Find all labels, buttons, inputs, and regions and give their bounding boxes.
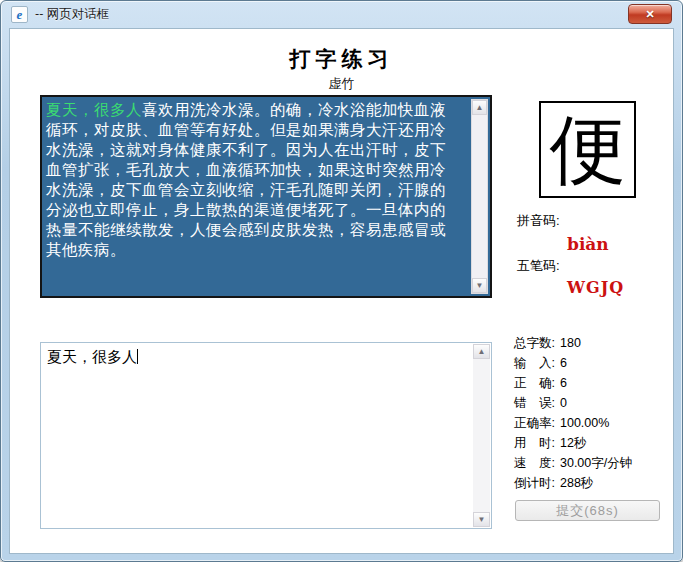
submit-button[interactable]: 提交(68s) xyxy=(515,500,660,521)
typed-input-text: 夏天，很多人 xyxy=(47,348,137,365)
stats-panel: 总字数:180 输 入:6 正 确:6 错 误:0 正确率:100.00% 用 … xyxy=(514,333,632,493)
stat-time-used: 用 时:12秒 xyxy=(514,433,632,453)
passage-line: 夏天，很多人喜欢用洗冷水澡。的确，冷水浴能加快血液 xyxy=(46,100,464,120)
passage-scrollbar[interactable]: ▲ ▼ xyxy=(471,99,488,294)
close-icon: ✕ xyxy=(645,8,654,21)
passage-line: 其他疾病。 xyxy=(46,240,464,260)
wubi-value: WGJQ xyxy=(567,278,624,297)
passage-line: 分泌也立即停止，身上散热的渠道便堵死了。一旦体内的 xyxy=(46,200,464,220)
typed-text: 夏天，很多人 xyxy=(46,101,142,118)
window-title: -- 网页对话框 xyxy=(35,6,109,23)
scroll-down-icon[interactable]: ▼ xyxy=(473,512,490,527)
subtitle-username: 虚竹 xyxy=(10,75,673,93)
scroll-up-icon[interactable]: ▲ xyxy=(472,100,487,115)
pinyin-value: biàn xyxy=(567,234,609,254)
stat-countdown: 倒计时:288秒 xyxy=(514,473,632,493)
passage-line: 循环，对皮肤、血管等有好处。但是如果满身大汗还用冷 xyxy=(46,120,464,140)
passage-line: 水洗澡，这就对身体健康不利了。因为人在出汗时，皮下 xyxy=(46,140,464,160)
input-scrollbar[interactable]: ▲ ▼ xyxy=(473,344,490,527)
current-character: 便 xyxy=(550,112,626,188)
pinyin-label: 拼音码: xyxy=(517,212,560,230)
passage-line: 水洗澡，皮下血管会立刻收缩，汗毛孔随即关闭，汗腺的 xyxy=(46,180,464,200)
passage-text: 夏天，很多人喜欢用洗冷水澡。的确，冷水浴能加快血液 循环，对皮肤、血管等有好处。… xyxy=(46,100,464,260)
scroll-up-icon[interactable]: ▲ xyxy=(473,344,490,359)
stat-correct-count: 正 确:6 xyxy=(514,373,632,393)
text-caret xyxy=(137,349,138,364)
passage-box: 夏天，很多人喜欢用洗冷水澡。的确，冷水浴能加快血液 循环，对皮肤、血管等有好处。… xyxy=(40,95,492,298)
title-bar[interactable]: e -- 网页对话框 ✕ xyxy=(9,1,674,28)
ie-icon: e xyxy=(11,6,28,23)
stat-accuracy: 正确率:100.00% xyxy=(514,413,632,433)
typing-input-value: 夏天，很多人 xyxy=(47,347,465,367)
passage-line: 血管扩张，毛孔放大，血液循环加快，如果这时突然用冷 xyxy=(46,160,464,180)
wubi-label: 五笔码: xyxy=(517,257,560,275)
stat-speed: 速 度:30.00字/分钟 xyxy=(514,453,632,473)
current-character-box: 便 xyxy=(539,101,636,198)
scroll-down-icon[interactable]: ▼ xyxy=(472,278,487,293)
page-title: 打字练习 xyxy=(10,45,673,73)
typing-input[interactable]: 夏天，很多人 ▲ ▼ xyxy=(40,342,492,529)
dialog-window: e -- 网页对话框 ✕ 打字练习 虚竹 夏天，很多人喜欢用洗冷水澡。的确，冷水… xyxy=(0,0,683,562)
stat-total-chars: 总字数:180 xyxy=(514,333,632,353)
passage-line: 热量不能继续散发，人便会感到皮肤发热，容易患感冒或 xyxy=(46,220,464,240)
stat-input-count: 输 入:6 xyxy=(514,353,632,373)
dialog-content: 打字练习 虚竹 夏天，很多人喜欢用洗冷水澡。的确，冷水浴能加快血液 循环，对皮肤… xyxy=(9,28,674,554)
close-button[interactable]: ✕ xyxy=(628,4,672,24)
passage-line-rest: 喜欢用洗冷水澡。的确，冷水浴能加快血液 xyxy=(142,101,446,118)
stat-error-count: 错 误:0 xyxy=(514,393,632,413)
